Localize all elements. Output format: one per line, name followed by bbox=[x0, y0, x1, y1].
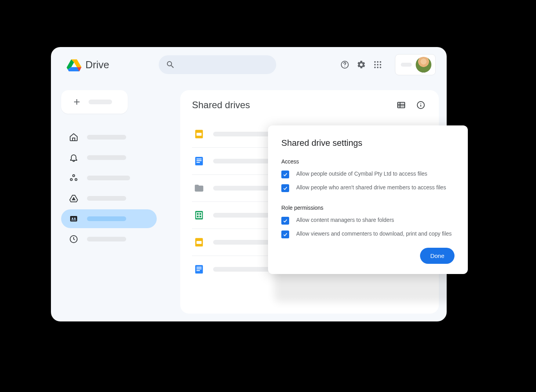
nav-shared-drives[interactable] bbox=[61, 209, 157, 228]
svg-point-11 bbox=[73, 175, 75, 177]
nav-list bbox=[61, 128, 171, 249]
plus-icon bbox=[72, 97, 81, 107]
svg-point-4 bbox=[380, 61, 381, 63]
role-heading: Role permissions bbox=[281, 205, 455, 211]
svg-point-24 bbox=[420, 103, 421, 104]
done-button[interactable]: Done bbox=[420, 248, 455, 264]
main-header: Shared drives bbox=[192, 100, 427, 111]
search-icon bbox=[166, 60, 175, 69]
app-title: Drive bbox=[85, 59, 109, 71]
header: Drive bbox=[51, 47, 447, 79]
role-option-share-folders[interactable]: Allow content managers to share folders bbox=[281, 216, 455, 225]
bell-icon bbox=[69, 153, 78, 162]
drive-outline-icon bbox=[69, 194, 78, 203]
svg-point-16 bbox=[74, 218, 76, 219]
logo[interactable]: Drive bbox=[67, 58, 109, 71]
svg-point-6 bbox=[377, 64, 378, 65]
gear-icon[interactable] bbox=[357, 60, 366, 69]
checkbox-checked-icon[interactable] bbox=[281, 230, 289, 238]
header-actions bbox=[340, 54, 436, 75]
info-icon[interactable] bbox=[416, 100, 426, 110]
role-option-download[interactable]: Allow viewers and commenters to download… bbox=[281, 230, 455, 238]
slides-icon bbox=[194, 129, 205, 140]
access-option-external[interactable]: Allow people outside of Cymbal Pty Ltd t… bbox=[281, 170, 455, 178]
svg-point-7 bbox=[380, 64, 381, 65]
shared-drives-icon bbox=[69, 214, 78, 223]
access-option-nonmembers[interactable]: Allow people who aren't shared drive mem… bbox=[281, 184, 455, 192]
svg-point-8 bbox=[374, 67, 376, 68]
svg-point-3 bbox=[377, 61, 378, 63]
drive-logo-icon bbox=[67, 58, 81, 71]
checkbox-label: Allow viewers and commenters to download… bbox=[296, 230, 452, 238]
avatar bbox=[416, 57, 431, 73]
svg-rect-40 bbox=[197, 270, 200, 271]
checkbox-checked-icon[interactable] bbox=[281, 171, 289, 178]
account-chip[interactable] bbox=[395, 54, 436, 75]
dialog-title: Shared drive settings bbox=[281, 138, 455, 148]
svg-rect-39 bbox=[197, 269, 202, 269]
checkbox-label: Allow people outside of Cymbal Pty Ltd t… bbox=[296, 170, 427, 178]
list-view-icon[interactable] bbox=[397, 100, 406, 110]
slides-icon bbox=[194, 237, 205, 248]
svg-point-10 bbox=[380, 67, 381, 68]
svg-rect-30 bbox=[197, 162, 200, 163]
access-heading: Access bbox=[281, 158, 455, 165]
svg-point-13 bbox=[75, 179, 77, 181]
svg-point-1 bbox=[344, 66, 345, 67]
sidebar bbox=[61, 90, 171, 249]
circles-icon bbox=[69, 173, 78, 183]
help-icon[interactable] bbox=[340, 60, 349, 69]
nav-home[interactable] bbox=[61, 128, 157, 147]
apps-grid-icon[interactable] bbox=[373, 60, 382, 69]
search-input[interactable] bbox=[159, 55, 276, 74]
svg-rect-18 bbox=[398, 102, 405, 108]
account-label-placeholder bbox=[401, 63, 412, 67]
home-icon bbox=[69, 132, 78, 142]
nav-my-drive[interactable] bbox=[61, 189, 157, 208]
svg-rect-26 bbox=[197, 133, 202, 136]
shared-drive-settings-dialog: Shared drive settings Access Allow peopl… bbox=[268, 125, 468, 274]
clock-icon bbox=[69, 234, 78, 244]
svg-point-12 bbox=[71, 179, 72, 181]
svg-rect-38 bbox=[197, 267, 202, 268]
sheets-icon bbox=[194, 210, 205, 221]
page-title: Shared drives bbox=[192, 100, 250, 111]
checkbox-checked-icon[interactable] bbox=[281, 217, 289, 225]
docs-icon bbox=[194, 156, 205, 167]
nav-workspaces[interactable] bbox=[61, 169, 157, 187]
nav-activity[interactable] bbox=[61, 148, 157, 167]
svg-rect-14 bbox=[70, 216, 77, 221]
svg-point-2 bbox=[374, 61, 376, 63]
svg-rect-29 bbox=[197, 160, 202, 161]
svg-point-5 bbox=[374, 64, 376, 65]
svg-point-9 bbox=[377, 67, 378, 68]
svg-rect-28 bbox=[197, 159, 202, 160]
folder-icon bbox=[194, 183, 205, 194]
svg-rect-36 bbox=[197, 241, 202, 244]
checkbox-label: Allow content managers to share folders bbox=[296, 216, 394, 224]
new-button[interactable] bbox=[61, 90, 128, 114]
docs-icon bbox=[194, 264, 205, 275]
nav-recent[interactable] bbox=[61, 230, 157, 249]
checkbox-checked-icon[interactable] bbox=[281, 184, 289, 192]
svg-point-15 bbox=[72, 218, 73, 219]
checkbox-label: Allow people who aren't shared drive mem… bbox=[296, 184, 446, 192]
